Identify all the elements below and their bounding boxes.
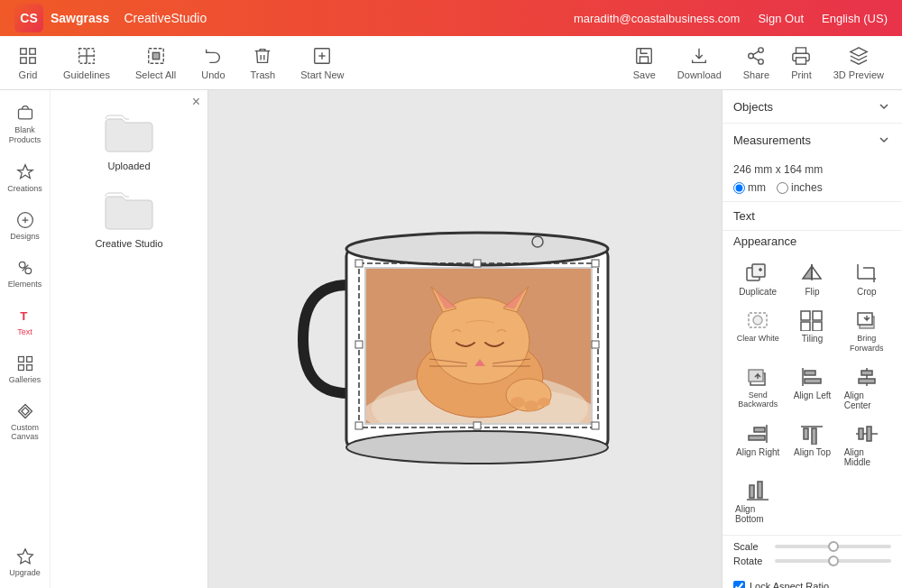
svg-rect-84 bbox=[805, 371, 815, 375]
appearance-section: Appearance Duplicate bbox=[723, 231, 902, 536]
svg-point-23 bbox=[25, 268, 32, 274]
crop-button[interactable]: Crop bbox=[842, 259, 891, 300]
share-button[interactable]: Share bbox=[743, 46, 769, 80]
objects-header[interactable]: Objects bbox=[723, 90, 902, 123]
svg-rect-97 bbox=[867, 427, 871, 441]
left-sidebar: Blank Products Creations Designs Element… bbox=[0, 90, 51, 588]
align-left-label: Align Left bbox=[794, 390, 832, 400]
print-label: Print bbox=[791, 69, 812, 80]
svg-rect-87 bbox=[861, 371, 872, 375]
sidebar-item-designs[interactable]: Designs bbox=[0, 204, 50, 248]
send-backwards-label: Send Backwards bbox=[735, 390, 780, 410]
svg-rect-96 bbox=[859, 428, 863, 439]
folder-creative-studio[interactable]: Creative Studio bbox=[95, 189, 162, 249]
rotate-label: Rotate bbox=[733, 556, 769, 566]
asset-panel-close[interactable]: × bbox=[192, 94, 200, 110]
align-left-button[interactable]: Align Left bbox=[787, 363, 836, 414]
align-middle-button[interactable]: Align Middle bbox=[842, 419, 891, 471]
inches-radio[interactable] bbox=[777, 182, 788, 194]
sidebar-item-galleries[interactable]: Galleries bbox=[0, 347, 50, 391]
inches-radio-label[interactable]: inches bbox=[777, 181, 823, 194]
start-new-button[interactable]: Start New bbox=[300, 46, 344, 80]
clear-white-label: Clear White bbox=[737, 334, 779, 343]
bring-forwards-label: Bring Forwards bbox=[844, 334, 889, 354]
scale-slider-thumb[interactable] bbox=[828, 541, 839, 552]
svg-rect-99 bbox=[750, 485, 754, 498]
print-button[interactable]: Print bbox=[791, 46, 812, 80]
sidebar-item-upgrade[interactable]: Upgrade bbox=[0, 540, 50, 588]
svg-rect-94 bbox=[812, 428, 816, 445]
inches-label: inches bbox=[791, 181, 823, 194]
3d-preview-button[interactable]: 3D Preview bbox=[833, 46, 884, 80]
measurements-content: 246 mm x 164 mm mm inches bbox=[723, 156, 902, 201]
folder-creative-studio-label: Creative Studio bbox=[95, 238, 162, 249]
svg-rect-28 bbox=[18, 364, 23, 370]
bring-forwards-button[interactable]: Bring Forwards bbox=[842, 306, 891, 357]
creations-label: Creations bbox=[7, 184, 42, 193]
mm-radio[interactable] bbox=[733, 182, 745, 194]
svg-marker-67 bbox=[812, 266, 821, 279]
sidebar-item-blank-products[interactable]: Blank Products bbox=[0, 97, 50, 152]
brand-name: Sawgrass bbox=[51, 11, 109, 25]
trash-button[interactable]: Trash bbox=[251, 46, 276, 80]
grid-button[interactable]: Grid bbox=[18, 46, 38, 80]
svg-rect-19 bbox=[796, 57, 806, 63]
svg-rect-3 bbox=[30, 57, 35, 62]
grid-label: Grid bbox=[19, 69, 38, 80]
sidebar-item-text[interactable]: T Text bbox=[0, 299, 50, 344]
folder-uploaded[interactable]: Uploaded bbox=[102, 112, 156, 171]
sign-out-link[interactable]: Sign Out bbox=[758, 12, 804, 25]
tiling-button[interactable]: Tiling bbox=[787, 306, 836, 357]
folder-uploaded-label: Uploaded bbox=[107, 161, 150, 171]
svg-point-14 bbox=[759, 47, 764, 52]
send-backwards-button[interactable]: Send Backwards bbox=[733, 363, 782, 414]
canvas-area[interactable] bbox=[208, 90, 722, 588]
asset-panel: × Uploaded Creative Studio bbox=[51, 90, 208, 588]
flip-button[interactable]: Flip bbox=[787, 259, 836, 300]
galleries-label: Galleries bbox=[9, 375, 41, 384]
sidebar-item-creations[interactable]: Creations bbox=[0, 156, 50, 200]
svg-rect-12 bbox=[637, 48, 652, 63]
undo-button[interactable]: Undo bbox=[201, 46, 225, 80]
trash-label: Trash bbox=[251, 69, 276, 80]
align-center-button[interactable]: Align Center bbox=[842, 363, 891, 414]
app-name: CreativeStudio bbox=[124, 11, 207, 25]
language-selector[interactable]: English (US) bbox=[822, 12, 888, 25]
sidebar-item-custom-canvas[interactable]: Custom Canvas bbox=[0, 395, 50, 450]
rotate-slider-thumb[interactable] bbox=[828, 556, 839, 566]
crop-label: Crop bbox=[857, 287, 877, 297]
align-right-button[interactable]: Align Right bbox=[733, 419, 782, 471]
align-top-label: Align Top bbox=[794, 447, 831, 457]
sidebar-item-elements[interactable]: Elements bbox=[0, 252, 50, 296]
asset-panel-content: Uploaded Creative Studio bbox=[51, 90, 207, 263]
scale-slider-track[interactable] bbox=[775, 545, 891, 548]
align-top-button[interactable]: Align Top bbox=[787, 419, 836, 471]
save-label: Save bbox=[633, 69, 656, 80]
lock-aspect-row: Lock Aspect Ratio bbox=[733, 581, 891, 588]
appearance-grid: Duplicate Flip bbox=[723, 255, 902, 535]
duplicate-button[interactable]: Duplicate bbox=[733, 259, 782, 300]
align-bottom-button[interactable]: Align Bottom bbox=[733, 476, 782, 528]
3d-preview-label: 3D Preview bbox=[833, 69, 884, 80]
svg-rect-76 bbox=[813, 311, 822, 320]
select-all-button[interactable]: Select All bbox=[135, 46, 176, 80]
undo-label: Undo bbox=[201, 69, 225, 80]
clear-white-button[interactable]: Clear White bbox=[733, 306, 782, 357]
objects-section: Objects bbox=[723, 90, 902, 124]
save-button[interactable]: Save bbox=[633, 46, 656, 80]
mm-label: mm bbox=[748, 181, 766, 194]
elements-label: Elements bbox=[8, 280, 42, 289]
measurements-header[interactable]: Measurements bbox=[723, 124, 902, 156]
guidelines-button[interactable]: Guidelines bbox=[63, 46, 110, 80]
svg-rect-88 bbox=[859, 379, 875, 383]
lock-aspect-checkbox[interactable] bbox=[733, 581, 745, 588]
nav-right: maradith@coastalbusiness.com Sign Out En… bbox=[574, 12, 888, 25]
measurements-chevron-icon bbox=[877, 133, 891, 147]
scale-rotate-section: Scale Rotate bbox=[723, 536, 902, 575]
guidelines-label: Guidelines bbox=[63, 69, 110, 80]
mm-radio-label[interactable]: mm bbox=[733, 181, 766, 194]
svg-point-52 bbox=[538, 398, 550, 407]
rotate-slider-track[interactable] bbox=[775, 559, 891, 563]
svg-rect-85 bbox=[805, 379, 821, 383]
download-button[interactable]: Download bbox=[677, 46, 722, 80]
